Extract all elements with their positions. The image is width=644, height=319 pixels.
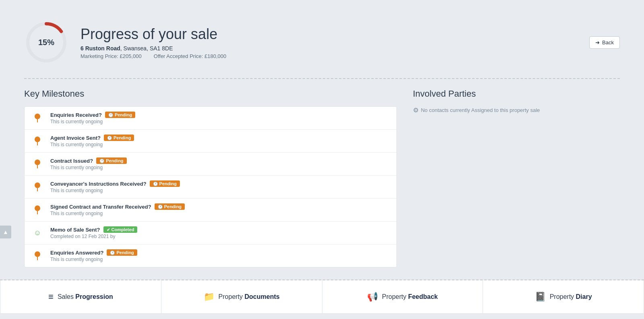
milestone-row: Agent Invoice Sent? 🕐 Pending This is cu… [25, 130, 396, 153]
milestone-sub: This is currently ongoing [50, 211, 389, 216]
header-left: 15% Progress of your sale 6 Ruston Road,… [24, 20, 226, 64]
nav-label-normal: Property [219, 293, 245, 300]
milestone-badge: 🕐 Pending [104, 135, 134, 141]
progress-circle: 15% [24, 20, 68, 64]
milestone-badge: 🕐 Pending [107, 249, 137, 256]
bottom-nav-property-feedback[interactable]: 📢 Property Feedback [322, 280, 483, 314]
milestone-sub: This is currently ongoing [50, 257, 389, 262]
milestone-sub: This is currently ongoing [50, 119, 389, 124]
nav-label: Property Diary [550, 293, 592, 300]
notebook-icon: 📓 [535, 292, 546, 302]
main-content: 15% Progress of your sale 6 Ruston Road,… [0, 0, 644, 267]
list-icon: ≡ [48, 292, 54, 302]
milestone-title-row: Conveyancer's Instructions Received? 🕐 P… [50, 180, 389, 187]
folder-icon: 📁 [204, 292, 215, 302]
milestone-badge: 🕐 Pending [105, 112, 135, 118]
milestone-title-row: Signed Contract and Transfer Received? 🕐… [50, 203, 389, 210]
scroll-top-button[interactable]: ▲ [0, 226, 11, 238]
pin-icon [35, 205, 40, 214]
pin-icon [35, 182, 40, 191]
milestone-title-row: Enquiries Answered? 🕐 Pending [50, 249, 389, 256]
milestone-title-row: Memo of Sale Sent? ✔ Completed [50, 226, 389, 233]
megaphone-icon: 📢 [367, 292, 378, 302]
milestone-badge: ✔ Completed [103, 226, 138, 233]
milestone-sub: This is currently ongoing [50, 142, 389, 147]
badge-icon: 🕐 [108, 113, 113, 117]
milestone-row: Conveyancer's Instructions Received? 🕐 P… [25, 176, 396, 199]
milestone-sub: Completed on 12 Feb 2021 by [50, 234, 389, 239]
milestone-name: Contract Issued? [50, 158, 93, 164]
milestone-name: Agent Invoice Sent? [50, 135, 101, 141]
milestone-sub: This is currently ongoing [50, 188, 389, 193]
pin-icon [35, 114, 40, 122]
back-label: Back [602, 39, 614, 46]
no-contacts-message: ⚙ No contacts currently Assigned to this… [413, 106, 620, 114]
nav-label-normal: Sales [58, 293, 75, 300]
price-info: Marketing Price: £205,000 Offer Accepted… [80, 53, 226, 59]
milestone-badge: 🕐 Pending [150, 180, 180, 187]
address-rest: , Swansea, SA1 8DE [120, 45, 173, 52]
nav-label-bold: Feedback [408, 293, 438, 300]
progress-percent: 15% [38, 38, 54, 47]
milestones-title: Key Milestones [24, 89, 397, 99]
milestone-row: ☺ Memo of Sale Sent? ✔ Completed Complet… [25, 222, 396, 244]
pin-icon [35, 251, 40, 260]
badge-icon: 🕐 [107, 136, 112, 140]
milestones-column: Key Milestones Enquiries Received? 🕐 Pen… [24, 89, 397, 267]
badge-icon: ✔ [107, 228, 110, 232]
milestone-row: Enquiries Answered? 🕐 Pending This is cu… [25, 244, 396, 267]
milestone-row: Signed Contract and Transfer Received? 🕐… [25, 199, 396, 222]
milestone-row: Enquiries Received? 🕐 Pending This is cu… [25, 107, 396, 130]
milestone-icon [32, 114, 43, 122]
nav-label: Property Documents [219, 293, 280, 300]
milestone-icon [32, 251, 43, 260]
header-text: Progress of your sale 6 Ruston Road, Swa… [80, 26, 226, 59]
milestone-icon [32, 160, 43, 168]
two-col-layout: Key Milestones Enquiries Received? 🕐 Pen… [24, 89, 620, 267]
milestone-content: Signed Contract and Transfer Received? 🕐… [50, 203, 389, 216]
milestone-icon [32, 182, 43, 191]
milestone-row: Contract Issued? 🕐 Pending This is curre… [25, 153, 396, 176]
milestone-name: Enquiries Answered? [50, 250, 103, 256]
bottom-navigation: ≡ Sales Progression 📁 Property Documents… [0, 280, 644, 314]
back-button[interactable]: ➜ Back [589, 36, 620, 49]
milestone-content: Enquiries Received? 🕐 Pending This is cu… [50, 112, 389, 124]
property-address: 6 Ruston Road, Swansea, SA1 8DE [80, 45, 226, 52]
top-divider [24, 78, 620, 79]
milestone-name: Signed Contract and Transfer Received? [50, 204, 151, 210]
nav-label-bold: Progression [75, 293, 113, 300]
nav-label-bold: Diary [576, 293, 592, 300]
milestones-card: Enquiries Received? 🕐 Pending This is cu… [24, 106, 397, 267]
back-icon: ➜ [595, 39, 600, 46]
milestone-content: Enquiries Answered? 🕐 Pending This is cu… [50, 249, 389, 262]
badge-icon: 🕐 [99, 159, 104, 163]
milestone-content: Contract Issued? 🕐 Pending This is curre… [50, 157, 389, 170]
milestone-title-row: Enquiries Received? 🕐 Pending [50, 112, 389, 118]
milestone-sub: This is currently ongoing [50, 165, 389, 170]
header-section: 15% Progress of your sale 6 Ruston Road,… [24, 12, 620, 68]
bottom-nav-sales-progression[interactable]: ≡ Sales Progression [0, 280, 161, 314]
nav-label: Sales Progression [58, 293, 113, 300]
involved-parties-title: Involved Parties [413, 89, 620, 99]
milestone-icon: ☺ [32, 229, 43, 237]
milestone-icon [32, 205, 43, 214]
gear-icon: ⚙ [413, 106, 419, 114]
badge-icon: 🕐 [110, 251, 115, 255]
milestone-name: Enquiries Received? [50, 112, 102, 118]
pin-icon [35, 160, 40, 168]
milestone-content: Conveyancer's Instructions Received? 🕐 P… [50, 180, 389, 193]
bottom-nav-property-diary[interactable]: 📓 Property Diary [483, 280, 644, 314]
smiley-icon: ☺ [34, 229, 41, 237]
pin-icon [35, 137, 40, 145]
milestone-badge: 🕐 Pending [155, 203, 185, 210]
milestone-badge: 🕐 Pending [96, 157, 126, 164]
offer-price: Offer Accepted Price: £180,000 [154, 53, 226, 59]
involved-parties-column: Involved Parties ⚙ No contacts currently… [413, 89, 620, 114]
page-title: Progress of your sale [80, 26, 226, 43]
milestone-name: Conveyancer's Instructions Received? [50, 181, 147, 187]
address-bold: 6 Ruston Road [80, 45, 120, 52]
marketing-price: Marketing Price: £205,000 [80, 53, 142, 59]
bottom-nav-property-documents[interactable]: 📁 Property Documents [161, 280, 322, 314]
nav-label-normal: Property [382, 293, 408, 300]
nav-label-normal: Property [550, 293, 576, 300]
